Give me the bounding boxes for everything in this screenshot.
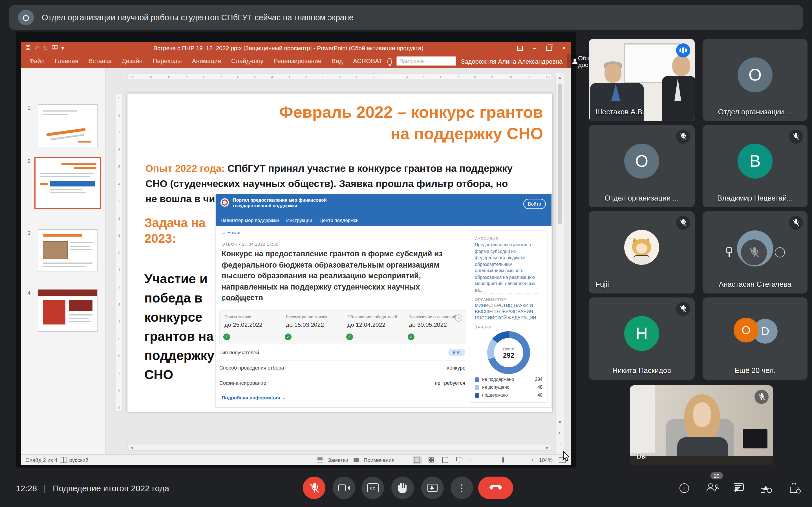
participant-tile[interactable]: О Отдел организации ... — [589, 125, 695, 207]
slide-sorter-view-button[interactable] — [426, 456, 436, 464]
close-button[interactable]: × — [557, 42, 571, 54]
comments-icon — [353, 458, 358, 462]
check-icon: ✓ — [223, 334, 230, 340]
thumb-number: 1 — [28, 105, 31, 111]
mic-off-icon — [789, 129, 803, 144]
comments-toggle[interactable]: Примечания — [363, 457, 395, 463]
people-button[interactable] — [706, 481, 719, 495]
restore-button[interactable] — [542, 42, 557, 54]
tab-transitions[interactable]: Переходы — [148, 54, 187, 68]
scrollbar-thumb[interactable] — [558, 83, 562, 224]
normal-view-button[interactable] — [412, 456, 421, 464]
tab-home[interactable]: Главная — [50, 54, 84, 68]
participant-tile[interactable]: Шестаков А.В. — [589, 39, 695, 121]
more-options-button[interactable]: ⋮ — [451, 476, 473, 499]
chat-button[interactable] — [732, 481, 746, 495]
zoom-in-button[interactable]: + — [530, 457, 534, 463]
legend-swatch — [475, 385, 479, 390]
assistant-search-input[interactable] — [397, 56, 456, 66]
captions-button[interactable]: cc — [361, 476, 384, 499]
portal-logo-icon — [220, 198, 229, 207]
end-call-button[interactable] — [478, 476, 513, 499]
scroll-left-icon[interactable]: ◄ — [128, 445, 136, 450]
activities-button[interactable] — [760, 481, 773, 495]
tab-animation[interactable]: Анимация — [187, 54, 226, 68]
mic-off-icon — [755, 390, 769, 404]
tab-view[interactable]: Вид — [326, 54, 348, 68]
tab-review[interactable]: Рецензирование — [268, 54, 326, 68]
ribbon-display-options-icon[interactable] — [513, 42, 527, 54]
present-button[interactable] — [421, 476, 444, 499]
next-slide-icon[interactable]: « — [556, 439, 564, 447]
undo-icon[interactable]: ↶ — [35, 45, 39, 51]
slide-task-label: Задача на 2023: — [144, 215, 212, 247]
self-view-tile[interactable]: Вы — [630, 385, 773, 465]
participant-tile[interactable]: О Отдел организации ... — [703, 39, 808, 121]
participant-tile[interactable]: Fujii — [589, 211, 695, 293]
notes-toggle[interactable]: Заметки — [328, 457, 349, 463]
raise-hand-button[interactable] — [391, 476, 414, 499]
mic-off-icon — [676, 302, 690, 316]
avatar: Н — [624, 316, 659, 351]
overflow-avatars: О D — [733, 318, 776, 343]
slide-canvas[interactable]: Февраль 2022 – конкурс грантов на поддер… — [128, 94, 552, 412]
detail-row: Тип получателейЮЛ — [219, 349, 465, 356]
previous-slide-icon[interactable]: « — [556, 429, 564, 437]
slide-thumbnail-4[interactable] — [38, 289, 98, 332]
status-dot — [221, 298, 224, 301]
qat-customize-icon[interactable]: ▾ — [61, 45, 64, 51]
tab-design[interactable]: Дизайн — [117, 54, 148, 68]
slide-thumbnail-1[interactable] — [38, 104, 98, 148]
zoom-slider[interactable] — [477, 460, 525, 460]
scroll-up-icon[interactable]: ▲ — [556, 73, 564, 81]
scroll-down-icon[interactable]: ▼ — [556, 418, 564, 426]
overflow-participants-tile[interactable]: О D Ещё 20 чел. — [703, 297, 808, 380]
slide-thumbnail-2[interactable] — [35, 157, 101, 209]
portal-sidebar-card: СУБСИДИЯ Предоставление грантов в форме … — [470, 230, 548, 403]
horizontal-scrollbar[interactable]: ◄ ► — [128, 444, 552, 451]
tab-insert[interactable]: Вставка — [84, 54, 117, 68]
host-controls-button[interactable] — [788, 481, 801, 495]
remove-participant-icon[interactable] — [775, 247, 785, 258]
camera-toggle-button[interactable] — [333, 476, 355, 499]
mic-disabled-icon[interactable] — [741, 239, 767, 265]
pin-icon[interactable] — [725, 247, 733, 258]
vertical-scrollbar[interactable]: ▲ ▼ « « — [555, 73, 564, 454]
minimize-button[interactable]: – — [527, 42, 542, 54]
thumb-number: 3 — [28, 230, 31, 236]
donut-total: 292 — [503, 351, 514, 359]
notes-icon — [318, 457, 323, 462]
scroll-right-icon[interactable]: ► — [544, 445, 552, 450]
portal-nav-item: Центр поддержки — [319, 217, 359, 223]
mic-toggle-button[interactable] — [303, 476, 325, 499]
save-icon[interactable] — [26, 45, 31, 51]
language-label[interactable]: русский — [69, 457, 88, 463]
check-icon: ✓ — [408, 334, 414, 340]
tab-acrobat[interactable]: ACROBAT — [348, 54, 388, 68]
check-icon: ✓ — [285, 334, 292, 340]
portal-brand: Портал предоставления мер финансовой гос… — [233, 198, 329, 209]
spellcheck-icon[interactable] — [59, 457, 67, 463]
portal-meta: ОТБОР • 27.04.2022 17:50 — [221, 242, 278, 247]
participant-tile[interactable]: Н Никита Паскидов — [589, 297, 695, 380]
avatar: В — [738, 144, 772, 179]
participant-tile[interactable]: Анастасия Стегачёва — [703, 211, 808, 293]
slide-thumbnail-3[interactable] — [38, 229, 98, 272]
slideshow-icon[interactable] — [52, 45, 57, 51]
portal-nav-item: Навигатор мер поддержки — [220, 217, 279, 223]
zoom-level[interactable]: 104% — [539, 457, 553, 463]
redo-icon[interactable]: ↻ — [43, 45, 48, 51]
tab-file[interactable]: Файл — [24, 54, 50, 68]
reading-view-button[interactable] — [441, 456, 450, 464]
meeting-details-button[interactable]: i — [677, 481, 691, 495]
chat-icon — [733, 483, 744, 492]
powerpoint-window: ↶ ↻ ▾ Встреча с ПНР 19_12_2022.pptx [Защ… — [21, 42, 571, 465]
fox-avatar-image — [624, 230, 659, 265]
tab-slideshow[interactable]: Слайд-шоу — [226, 54, 268, 68]
account-name[interactable]: Задорожняя Алина Александровна — [461, 58, 562, 64]
more-icon: ⋮ — [457, 483, 467, 493]
slideshow-view-button[interactable] — [455, 456, 464, 464]
slide-thumbnail-panel: 1 2 3 — [21, 68, 106, 454]
participant-tile[interactable]: В Владимир Нецветай... — [703, 125, 808, 207]
zoom-out-button[interactable]: − — [469, 457, 472, 463]
